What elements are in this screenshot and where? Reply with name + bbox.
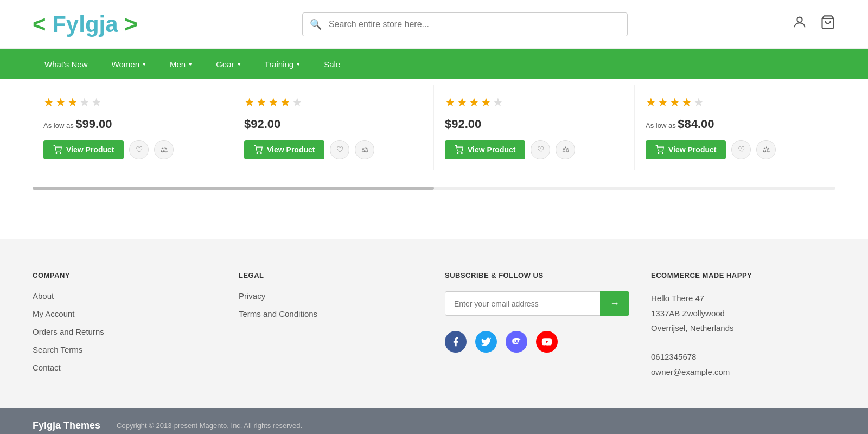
footer-link-terms[interactable]: Terms and Conditions [239,309,423,318]
footer-subscribe-title: SUBSCRIBE & FOLLOW US [445,271,629,279]
svg-point-2 [56,152,56,153]
star: ★ [55,95,66,110]
product-card: ★ ★ ★ ★ ★ As low as $84.00 View Product [635,85,835,170]
wishlist-button[interactable]: ♡ [129,140,149,159]
search-bar: 🔍 [181,12,749,36]
nav-item-gear[interactable]: Gear ▾ [204,49,252,79]
wishlist-button[interactable]: ♡ [531,140,550,159]
svg-point-5 [261,152,261,153]
footer-brand: Fylgja Themes [33,420,100,431]
nav-item-women[interactable]: Women ▾ [100,49,158,79]
address-line1: 1337AB Zwollywood [651,307,835,321]
svg-point-9 [662,152,663,153]
view-product-button[interactable]: View Product [43,140,124,159]
address-name: Hello There 47 [651,291,835,305]
products-grid: ★ ★ ★ ★ ★ As low as $99.00 View Product [33,85,835,170]
footer-legal-col: LEGAL Privacy Terms and Conditions [239,271,423,381]
star: ★ [280,95,291,110]
logo[interactable]: < Fylgja > [33,11,138,37]
search-input[interactable] [302,12,628,36]
search-wrap: 🔍 [302,12,628,36]
star: ★ [244,95,255,110]
footer-link-my-account[interactable]: My Account [33,309,217,318]
view-product-button[interactable]: View Product [646,140,726,159]
star: ★ [67,95,78,110]
chevron-down-icon: ▾ [143,61,146,68]
price-row: As low as $99.00 [43,117,222,131]
star: ★ [292,95,303,110]
cart-icon[interactable] [820,15,835,34]
star: ★ [493,95,503,110]
price-row: As low as $84.00 [646,117,825,131]
compare-button[interactable]: ⚖ [556,140,575,159]
address-block: Hello There 47 1337AB Zwollywood Overrij… [651,291,835,379]
star: ★ [43,95,54,110]
account-icon[interactable] [792,15,807,34]
star: ★ [693,95,704,110]
star: ★ [681,95,692,110]
star: ★ [268,95,279,110]
scrollbar[interactable] [33,187,835,190]
subscribe-button[interactable]: → [600,291,629,316]
nav-item-whats-new[interactable]: What's New [33,49,100,79]
compare-button[interactable]: ⚖ [154,140,174,159]
price: $99.00 [75,117,112,131]
price: $84.00 [678,117,714,131]
action-row: View Product ♡ ⚖ [646,140,825,159]
view-product-button[interactable]: View Product [445,140,525,159]
footer-link-contact[interactable]: Contact [33,363,217,372]
twitter-icon[interactable] [475,331,497,353]
mastodon-icon[interactable] [506,331,527,353]
price-prefix: As low as [646,122,678,130]
price-row: $92.00 [445,117,623,131]
star-rating: ★ ★ ★ ★ ★ [445,95,623,110]
star: ★ [457,95,468,110]
star: ★ [79,95,90,110]
product-card: ★ ★ ★ ★ ★ $92.00 View Product ♡ ⚖ [233,85,434,170]
footer-main: COMPANY About My Account Orders and Retu… [0,239,868,408]
price: $92.00 [244,117,280,131]
star: ★ [256,95,267,110]
star: ★ [669,95,680,110]
header: < Fylgja > 🔍 [0,0,868,49]
svg-point-4 [257,152,257,153]
footer-subscribe-col: SUBSCRIBE & FOLLOW US → [445,271,629,381]
product-card: ★ ★ ★ ★ ★ $92.00 View Product ♡ ⚖ [434,85,635,170]
nav-item-men[interactable]: Men ▾ [158,49,204,79]
footer-link-privacy[interactable]: Privacy [239,291,423,301]
footer-link-about[interactable]: About [33,291,217,301]
header-icons [792,15,835,34]
compare-button[interactable]: ⚖ [355,140,374,159]
footer-company-col: COMPANY About My Account Orders and Retu… [33,271,217,381]
footer-bottom: Fylgja Themes Copyright © 2013-present M… [0,408,868,434]
footer-link-search-terms[interactable]: Search Terms [33,345,217,354]
star: ★ [469,95,480,110]
nav-item-training[interactable]: Training ▾ [253,49,312,79]
main-nav: What's New Women ▾ Men ▾ Gear ▾ Training… [0,49,868,79]
price: $92.00 [445,117,481,131]
chevron-down-icon: ▾ [297,61,300,68]
email-input[interactable] [445,291,600,316]
wishlist-button[interactable]: ♡ [330,140,349,159]
view-product-button[interactable]: View Product [244,140,324,159]
nav-item-sale[interactable]: Sale [312,49,352,79]
action-row: View Product ♡ ⚖ [43,140,222,159]
action-row: View Product ♡ ⚖ [244,140,423,159]
wishlist-button[interactable]: ♡ [731,140,751,159]
svg-point-6 [457,152,458,153]
svg-point-8 [658,152,659,153]
youtube-icon[interactable] [536,331,558,353]
products-section: ★ ★ ★ ★ ★ As low as $99.00 View Product [0,79,868,212]
price-prefix: As low as [43,122,75,130]
star-rating: ★ ★ ★ ★ ★ [646,95,825,110]
address-line2: Overrijsel, Netherlands [651,321,835,335]
compare-button[interactable]: ⚖ [756,140,776,159]
footer-link-orders-returns[interactable]: Orders and Returns [33,327,217,336]
svg-point-7 [462,152,462,153]
search-icon: 🔍 [310,18,322,30]
address-phone: 0612345678 [651,350,835,364]
facebook-icon[interactable] [445,331,467,353]
logo-right-bracket: > [124,11,138,37]
star-rating: ★ ★ ★ ★ ★ [43,95,222,110]
star: ★ [658,95,668,110]
